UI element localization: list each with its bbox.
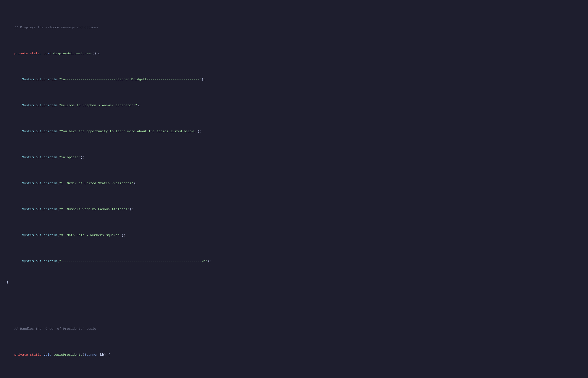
string-6: "2. Numbers Worn by Famous Athletes"	[59, 208, 129, 211]
keyword-private-2: private	[14, 353, 28, 357]
code-editor: // Displays the welcome message and opti…	[6, 4, 582, 378]
string-3: "You have the opportunity to learn more …	[59, 130, 198, 133]
string-4: "\nTopics:"	[59, 156, 80, 159]
sysout-7: System.out.println	[22, 234, 57, 237]
sysout-2: System.out.println	[22, 104, 57, 107]
return-type-2: void	[43, 353, 51, 357]
string-1: "\n--------------------------Stephen Bri…	[59, 78, 201, 81]
sysout-4: System.out.println	[22, 156, 57, 159]
string-5: "1. Order of United States Presidents"	[59, 182, 133, 185]
string-7: "3. Math Help – Numbers Squared"	[59, 234, 121, 237]
keyword-static-2: static	[30, 353, 41, 357]
string-2: "Welcome to Stephen's Answer Generator!"	[59, 104, 137, 107]
sysout-6: System.out.println	[22, 208, 57, 211]
param-type-2: Scanner	[84, 353, 98, 357]
comment-1: // Displays the welcome message and opti…	[14, 26, 98, 29]
keyword-private-1: private	[14, 52, 28, 55]
sysout-1: System.out.println	[22, 78, 57, 81]
sysout-5: System.out.println	[22, 182, 57, 185]
sysout-8: System.out.println	[22, 260, 57, 263]
method-name-2: topicPresidents	[53, 353, 82, 357]
method-name-1: displayWelcomeScreen	[53, 52, 92, 55]
comment-2: // Handles the "Order of Presidents" top…	[14, 327, 96, 331]
return-type-1: void	[43, 52, 51, 55]
string-8: "---------------------------------------…	[59, 260, 207, 263]
keyword-static-1: static	[30, 52, 41, 55]
sysout-3: System.out.println	[22, 130, 57, 133]
